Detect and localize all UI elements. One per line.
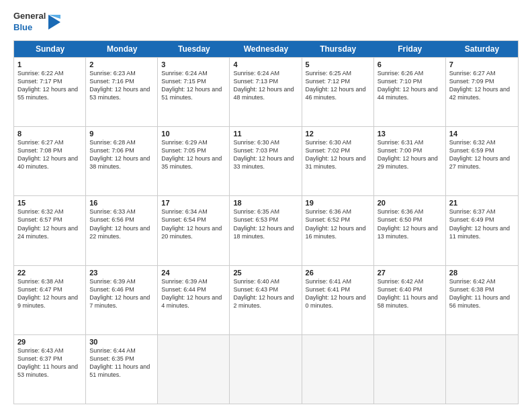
- day-info: Sunrise: 6:38 AM Sunset: 6:47 PM Dayligh…: [17, 277, 82, 310]
- calendar-cell: [230, 335, 302, 404]
- calendar-body: 1 Sunrise: 6:22 AM Sunset: 7:17 PM Dayli…: [14, 57, 518, 404]
- day-number: 11: [233, 130, 298, 138]
- calendar-cell: 24 Sunrise: 6:39 AM Sunset: 6:44 PM Dayl…: [158, 266, 230, 334]
- calendar-cell: 27 Sunrise: 6:42 AM Sunset: 6:40 PM Dayl…: [374, 266, 446, 334]
- day-number: 10: [161, 130, 226, 138]
- day-number: 19: [306, 199, 370, 207]
- calendar-cell: 2 Sunrise: 6:23 AM Sunset: 7:16 PM Dayli…: [86, 58, 158, 126]
- day-number: 28: [449, 269, 515, 277]
- day-info: Sunrise: 6:24 AM Sunset: 7:15 PM Dayligh…: [161, 69, 226, 102]
- header-sunday: Sunday: [14, 41, 86, 57]
- calendar: Sunday Monday Tuesday Wednesday Thursday…: [13, 40, 519, 404]
- calendar-cell: [374, 335, 446, 404]
- day-info: Sunrise: 6:30 AM Sunset: 7:02 PM Dayligh…: [306, 138, 370, 171]
- header-monday: Monday: [86, 41, 158, 57]
- day-info: Sunrise: 6:39 AM Sunset: 6:46 PM Dayligh…: [89, 277, 154, 310]
- calendar-cell: 18 Sunrise: 6:35 AM Sunset: 6:53 PM Dayl…: [230, 196, 302, 265]
- day-info: Sunrise: 6:33 AM Sunset: 6:56 PM Dayligh…: [89, 208, 154, 240]
- day-number: 21: [449, 199, 515, 207]
- day-number: 30: [89, 338, 154, 346]
- day-info: Sunrise: 6:42 AM Sunset: 6:40 PM Dayligh…: [378, 277, 442, 310]
- calendar-cell: 9 Sunrise: 6:28 AM Sunset: 7:06 PM Dayli…: [86, 127, 158, 195]
- header-tuesday: Tuesday: [158, 41, 230, 57]
- calendar-row: 8 Sunrise: 6:27 AM Sunset: 7:08 PM Dayli…: [14, 126, 518, 195]
- calendar-cell: 6 Sunrise: 6:26 AM Sunset: 7:10 PM Dayli…: [374, 58, 446, 126]
- day-number: 29: [17, 338, 82, 346]
- day-info: Sunrise: 6:43 AM Sunset: 6:37 PM Dayligh…: [17, 347, 82, 379]
- calendar-cell: 19 Sunrise: 6:36 AM Sunset: 6:52 PM Dayl…: [302, 196, 374, 265]
- day-number: 3: [161, 60, 226, 68]
- day-number: 22: [17, 269, 82, 277]
- calendar-cell: 20 Sunrise: 6:36 AM Sunset: 6:50 PM Dayl…: [374, 196, 446, 265]
- day-info: Sunrise: 6:31 AM Sunset: 7:00 PM Dayligh…: [378, 138, 442, 171]
- day-info: Sunrise: 6:36 AM Sunset: 6:50 PM Dayligh…: [378, 208, 442, 240]
- day-number: 27: [378, 269, 442, 277]
- calendar-cell: [446, 335, 518, 404]
- day-number: 12: [306, 130, 370, 138]
- calendar-page: General Blue Sunday Monday Tuesday Wedne…: [0, 0, 532, 411]
- day-info: Sunrise: 6:32 AM Sunset: 6:57 PM Dayligh…: [17, 208, 82, 240]
- day-info: Sunrise: 6:36 AM Sunset: 6:52 PM Dayligh…: [306, 208, 370, 240]
- day-info: Sunrise: 6:42 AM Sunset: 6:38 PM Dayligh…: [449, 277, 515, 310]
- calendar-cell: 3 Sunrise: 6:24 AM Sunset: 7:15 PM Dayli…: [158, 58, 230, 126]
- calendar-row: 22 Sunrise: 6:38 AM Sunset: 6:47 PM Dayl…: [14, 265, 518, 334]
- calendar-cell: 11 Sunrise: 6:30 AM Sunset: 7:03 PM Dayl…: [230, 127, 302, 195]
- day-info: Sunrise: 6:29 AM Sunset: 7:05 PM Dayligh…: [161, 138, 226, 171]
- day-info: Sunrise: 6:34 AM Sunset: 6:54 PM Dayligh…: [161, 208, 226, 240]
- day-info: Sunrise: 6:27 AM Sunset: 7:08 PM Dayligh…: [17, 138, 82, 171]
- calendar-cell: 8 Sunrise: 6:27 AM Sunset: 7:08 PM Dayli…: [14, 127, 86, 195]
- day-info: Sunrise: 6:26 AM Sunset: 7:10 PM Dayligh…: [378, 69, 442, 102]
- day-info: Sunrise: 6:30 AM Sunset: 7:03 PM Dayligh…: [233, 138, 298, 171]
- day-number: 16: [89, 199, 154, 207]
- header-wednesday: Wednesday: [230, 41, 302, 57]
- header: General Blue: [13, 11, 519, 34]
- day-info: Sunrise: 6:35 AM Sunset: 6:53 PM Dayligh…: [233, 208, 298, 240]
- day-number: 2: [89, 60, 154, 68]
- day-number: 9: [89, 130, 154, 138]
- calendar-cell: [302, 335, 374, 404]
- day-number: 8: [17, 130, 82, 138]
- day-number: 4: [233, 60, 298, 68]
- calendar-cell: 10 Sunrise: 6:29 AM Sunset: 7:05 PM Dayl…: [158, 127, 230, 195]
- calendar-row: 1 Sunrise: 6:22 AM Sunset: 7:17 PM Dayli…: [14, 57, 518, 126]
- calendar-cell: 23 Sunrise: 6:39 AM Sunset: 6:46 PM Dayl…: [86, 266, 158, 334]
- day-number: 7: [449, 60, 515, 68]
- day-number: 20: [378, 199, 442, 207]
- logo: General Blue: [13, 11, 63, 34]
- logo-text: General Blue: [13, 11, 46, 34]
- header-thursday: Thursday: [302, 41, 374, 57]
- day-number: 15: [17, 199, 82, 207]
- day-info: Sunrise: 6:37 AM Sunset: 6:49 PM Dayligh…: [449, 208, 515, 240]
- calendar-cell: 21 Sunrise: 6:37 AM Sunset: 6:49 PM Dayl…: [446, 196, 518, 265]
- calendar-cell: 5 Sunrise: 6:25 AM Sunset: 7:12 PM Dayli…: [302, 58, 374, 126]
- day-info: Sunrise: 6:23 AM Sunset: 7:16 PM Dayligh…: [89, 69, 154, 102]
- calendar-cell: 17 Sunrise: 6:34 AM Sunset: 6:54 PM Dayl…: [158, 196, 230, 265]
- calendar-cell: 15 Sunrise: 6:32 AM Sunset: 6:57 PM Dayl…: [14, 196, 86, 265]
- calendar-cell: 25 Sunrise: 6:40 AM Sunset: 6:43 PM Dayl…: [230, 266, 302, 334]
- calendar-cell: 28 Sunrise: 6:42 AM Sunset: 6:38 PM Dayl…: [446, 266, 518, 334]
- calendar-cell: 4 Sunrise: 6:24 AM Sunset: 7:13 PM Dayli…: [230, 58, 302, 126]
- day-info: Sunrise: 6:32 AM Sunset: 6:59 PM Dayligh…: [449, 138, 515, 171]
- day-number: 17: [161, 199, 226, 207]
- day-info: Sunrise: 6:22 AM Sunset: 7:17 PM Dayligh…: [17, 69, 82, 102]
- day-number: 18: [233, 199, 298, 207]
- calendar-cell: 22 Sunrise: 6:38 AM Sunset: 6:47 PM Dayl…: [14, 266, 86, 334]
- calendar-cell: 30 Sunrise: 6:44 AM Sunset: 6:35 PM Dayl…: [86, 335, 158, 404]
- calendar-cell: [158, 335, 230, 404]
- calendar-cell: 7 Sunrise: 6:27 AM Sunset: 7:09 PM Dayli…: [446, 58, 518, 126]
- day-info: Sunrise: 6:25 AM Sunset: 7:12 PM Dayligh…: [306, 69, 370, 102]
- day-info: Sunrise: 6:40 AM Sunset: 6:43 PM Dayligh…: [233, 277, 298, 310]
- calendar-cell: 26 Sunrise: 6:41 AM Sunset: 6:41 PM Dayl…: [302, 266, 374, 334]
- calendar-cell: 1 Sunrise: 6:22 AM Sunset: 7:17 PM Dayli…: [14, 58, 86, 126]
- calendar-header: Sunday Monday Tuesday Wednesday Thursday…: [14, 41, 518, 57]
- day-info: Sunrise: 6:27 AM Sunset: 7:09 PM Dayligh…: [449, 69, 515, 102]
- calendar-cell: 12 Sunrise: 6:30 AM Sunset: 7:02 PM Dayl…: [302, 127, 374, 195]
- day-info: Sunrise: 6:44 AM Sunset: 6:35 PM Dayligh…: [89, 347, 154, 379]
- day-info: Sunrise: 6:39 AM Sunset: 6:44 PM Dayligh…: [161, 277, 226, 310]
- header-saturday: Saturday: [446, 41, 518, 57]
- day-number: 24: [161, 269, 226, 277]
- calendar-cell: 29 Sunrise: 6:43 AM Sunset: 6:37 PM Dayl…: [14, 335, 86, 404]
- day-info: Sunrise: 6:24 AM Sunset: 7:13 PM Dayligh…: [233, 69, 298, 102]
- calendar-cell: 14 Sunrise: 6:32 AM Sunset: 6:59 PM Dayl…: [446, 127, 518, 195]
- day-number: 5: [306, 60, 370, 68]
